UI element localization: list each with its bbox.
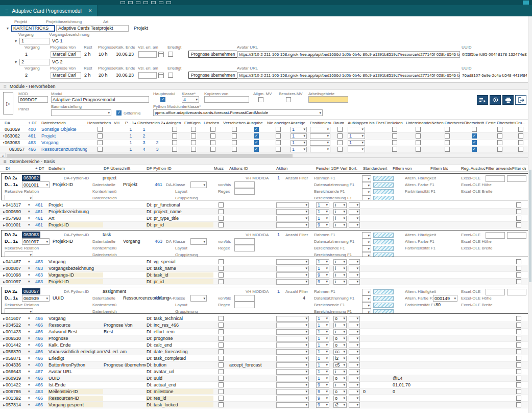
filter-deak-checkbox[interactable] [516,279,521,284]
sort-select[interactable]: ▾ [349,323,360,328]
pattern-field[interactable] [373,239,394,244]
row-expander-icon[interactable]: ▸ [1,273,5,278]
hervorheben-checkbox[interactable] [98,133,103,139]
aktion-select[interactable]: ▾ [276,329,309,335]
anlegen-checkbox[interactable] [172,133,177,139]
fenster-select[interactable]: 1▾ [316,369,329,375]
row-expander-icon[interactable]: ▸ [1,223,5,227]
chevron-down-icon[interactable]: ▾ [28,330,30,334]
filter-deak-checkbox[interactable] [516,222,521,227]
fenster-select[interactable]: 1▾ [316,362,329,368]
fenster-select[interactable]: 9▾ [316,279,329,285]
bereichsende-f1-select[interactable]: ▾ [362,189,371,195]
row-expander-icon[interactable]: ▸ [1,210,5,214]
bereichstrennung-f1-select[interactable]: ▾ [362,309,371,314]
filter-deak-checkbox[interactable] [516,266,521,271]
neben-oberbereich-checkbox[interactable] [445,127,450,132]
settings-button[interactable] [490,95,501,105]
muss-checkbox[interactable] [219,216,224,221]
aktion-select[interactable]: ▾ [276,216,309,221]
positionierung-select[interactable]: ▾ [310,147,330,152]
bereichsende-f1-select[interactable]: ▾ [362,302,371,309]
chevron-down-icon[interactable]: ▾ [28,343,30,347]
da-id-chip[interactable]: 063057 [22,288,40,294]
extra-input-2[interactable] [507,289,526,295]
datenbereich-link[interactable]: Projekt [41,133,56,139]
pattern-field[interactable] [373,303,394,308]
filter-deak-checkbox[interactable] [516,259,521,264]
muss-checkbox[interactable] [219,222,224,227]
row-expander-icon[interactable]: ▸ [1,383,5,387]
einfuegen-checkbox[interactable] [191,133,196,139]
aktion-select[interactable]: ▾ [276,259,309,265]
sort-select[interactable]: ▾ [349,216,360,221]
filter-deak-checkbox[interactable] [516,396,521,401]
chevron-down-icon[interactable]: ▾ [28,363,30,367]
erledigt-checkbox[interactable] [168,52,173,57]
project-id-cell[interactable]: KARTENTRICKS [11,25,55,32]
muss-checkbox[interactable] [219,259,224,264]
anzeige-select[interactable]: 1▾ [291,133,307,139]
tree-expander-icon[interactable]: ▾ [12,60,19,64]
calendar-icon[interactable] [158,73,164,78]
fenster-select[interactable]: 1▾ [316,323,329,328]
calendar-icon[interactable] [158,52,164,57]
hervorheben-checkbox[interactable] [98,140,103,145]
chevron-down-icon[interactable]: ▾ [28,356,30,360]
aktion-select[interactable]: ▾ [276,316,309,322]
muss-checkbox[interactable] [219,342,224,348]
altern-farbe-select[interactable]: 000149▾ [433,295,457,302]
sort-select[interactable]: ▾ [349,342,360,348]
bereichstrennung-f1-select[interactable]: ▾ [362,195,371,200]
sort-select[interactable]: ▾ [349,272,360,278]
row-expander-icon[interactable]: ▸ [1,266,5,271]
sort-select[interactable]: ▾ [349,329,360,335]
prognose-uebernehmen-button[interactable]: Prognose übernehmen [188,72,237,79]
task-id-cell[interactable]: 2 [19,59,50,65]
gitterlinie-checkbox[interactable] [116,110,122,116]
fenster-select[interactable]: 9▾ [316,389,329,395]
sort-select[interactable]: ▾ [349,222,360,228]
muss-checkbox[interactable] [219,323,224,328]
untereinander-checkbox[interactable] [416,127,421,132]
extra-input-2[interactable] [507,175,526,182]
row-expander-icon[interactable]: ▸ [1,389,5,394]
anzeige-select[interactable]: 1▾ [291,147,307,152]
ausgabe-checkbox[interactable] [254,140,259,145]
task-id-cell[interactable]: 1 [19,38,50,44]
datensatztrennung-f1-select[interactable]: ▾ [362,182,371,189]
df-verh-select[interactable]: i▾ [333,272,347,278]
loeschen-checkbox[interactable] [210,127,215,132]
pattern-field[interactable] [373,253,394,257]
filter-deak-checkbox[interactable] [516,272,521,278]
df-verh-select[interactable]: i▾ [333,279,347,285]
row-expander-icon[interactable]: ▸ [1,350,5,354]
muss-checkbox[interactable] [219,402,224,407]
fenster-select[interactable]: 1▾ [316,259,329,265]
vsl-erl-am-input[interactable] [138,72,157,79]
muss-checkbox[interactable] [219,202,224,208]
aktion-select[interactable]: ▾ [276,266,309,271]
modul-input[interactable]: Adaptive Card Prognosemodul [51,96,149,103]
run-module-button[interactable]: ▷ [3,92,13,114]
einruecken-checkbox[interactable] [392,147,397,152]
row-expander-icon[interactable]: ▸ [1,203,5,208]
aktion-select[interactable]: ▾ [276,202,309,208]
chevron-down-icon[interactable]: ▾ [28,266,30,270]
aufklappen-select[interactable]: ▾ [348,147,365,152]
sort-select[interactable]: ▾ [349,396,360,401]
ueberschrift-checkbox[interactable] [472,127,477,132]
rahmen-f1-select[interactable]: ▾ [362,175,371,182]
muss-checkbox[interactable] [219,349,224,354]
sort-select[interactable]: ▾ [349,202,360,208]
muss-checkbox[interactable] [219,382,224,387]
fenster-select[interactable]: 9▾ [316,222,329,228]
df-verh-select[interactable]: i▾ [333,202,347,208]
vonbis-input[interactable] [234,238,255,245]
scroll-left-arrow-icon[interactable]: ◂ [0,153,6,158]
feste-ueberschrift-checkbox[interactable] [497,147,502,152]
fenster-select[interactable]: 9▾ [316,382,329,388]
pattern-field[interactable] [373,196,394,200]
verschieben-checkbox[interactable] [232,133,237,139]
fenster-select[interactable]: 1▾ [316,316,329,322]
